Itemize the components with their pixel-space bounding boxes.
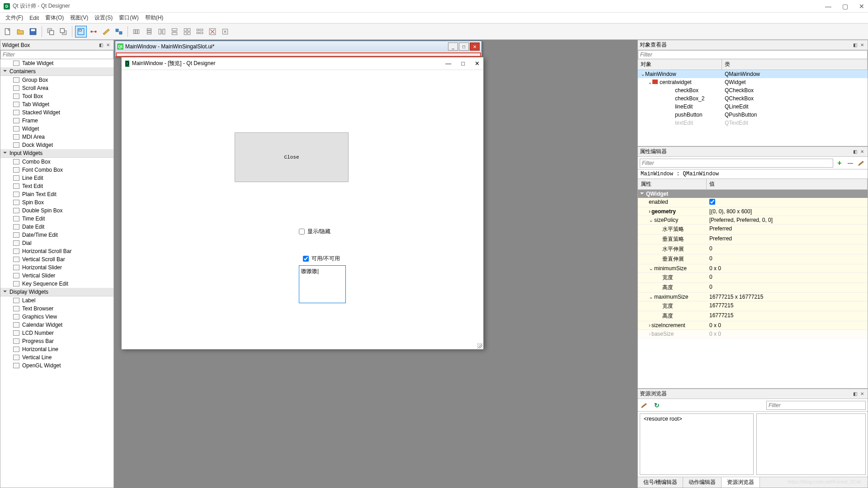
adjust-size-button[interactable] <box>219 26 231 38</box>
edit-taborder-button[interactable] <box>113 26 125 38</box>
object-tree-row[interactable]: textEditQTextEdit <box>638 119 868 127</box>
list-item[interactable]: Vertical Slider <box>0 272 113 280</box>
close-pushbutton[interactable]: Close <box>235 132 349 182</box>
list-item[interactable]: Dock Widget <box>0 141 113 149</box>
list-item[interactable]: Dial <box>0 239 113 247</box>
list-item[interactable]: Plain Text Edit <box>0 190 113 198</box>
layout-vsplitter-button[interactable] <box>169 26 180 38</box>
mdi-close-button[interactable]: ✕ <box>470 42 480 51</box>
list-item[interactable]: Graphics View <box>0 313 113 321</box>
property-row[interactable]: 垂直策略Preferred <box>638 235 868 244</box>
list-item[interactable]: Horizontal Slider <box>0 263 113 272</box>
list-item[interactable]: Vertical Scroll Bar <box>0 255 113 263</box>
tree-group-header[interactable]: Input Widgets <box>0 149 113 158</box>
list-item[interactable]: Spin Box <box>0 198 113 206</box>
list-item[interactable]: Horizontal Line <box>0 345 113 353</box>
layout-hsplitter-button[interactable] <box>156 26 168 38</box>
text-edit[interactable]: 嗷嗷嗷| <box>299 265 346 303</box>
menu-settings[interactable]: 设置(S) <box>92 13 115 23</box>
property-row[interactable]: enabled <box>638 198 868 207</box>
list-item[interactable]: Line Edit <box>0 174 113 182</box>
object-tree-row[interactable]: ⌄MainWindowQMainWindow <box>638 70 868 78</box>
list-item[interactable]: Vertical Line <box>0 353 113 361</box>
list-item[interactable]: Text Edit <box>0 182 113 190</box>
object-tree-row[interactable]: ⌄centralwidgetQWidget <box>638 78 868 86</box>
menu-help[interactable]: 帮助(H) <box>142 13 166 23</box>
bottom-tab[interactable]: 动作编辑器 <box>683 477 722 488</box>
list-item[interactable]: Tool Box <box>0 92 113 100</box>
remove-property-button[interactable]: — <box>846 159 855 168</box>
list-item[interactable]: Date Edit <box>0 223 113 231</box>
resource-tree[interactable]: <resource root> <box>640 413 754 475</box>
dock-float-button[interactable]: ◧ <box>851 42 859 49</box>
layout-form-button[interactable] <box>194 26 206 38</box>
list-item[interactable]: Text Browser <box>0 305 113 313</box>
property-row[interactable]: ⌄maximumSize16777215 x 16777215 <box>638 293 868 301</box>
property-row[interactable]: ›geometry[(0, 0), 800 x 600] <box>638 207 868 216</box>
list-item[interactable]: Double Spin Box <box>0 206 113 215</box>
list-item[interactable]: Tab Widget <box>0 100 113 108</box>
list-item[interactable]: Horizontal Scroll Bar <box>0 247 113 255</box>
show-hide-checkbox[interactable]: 显示/隐藏 <box>299 228 330 235</box>
property-name-header[interactable]: 属性 <box>638 179 707 189</box>
list-item[interactable]: Frame <box>0 117 113 125</box>
dock-float-button[interactable]: ◧ <box>851 390 859 398</box>
list-item[interactable]: Label <box>0 296 113 305</box>
property-row[interactable]: 高度16777215 <box>638 311 868 321</box>
property-row[interactable]: 宽度0 <box>638 273 868 283</box>
bottom-tab[interactable]: 资源浏览器 <box>722 477 760 488</box>
maximize-button[interactable]: ▢ <box>842 3 848 10</box>
object-tree-row[interactable]: checkBox_2QCheckBox <box>638 94 868 103</box>
tree-group-header[interactable]: Display Widgets <box>0 288 113 296</box>
mdi-minimize-button[interactable]: _ <box>448 42 458 51</box>
list-item[interactable]: Scroll Area <box>0 84 113 92</box>
bring-front-button[interactable] <box>57 26 69 38</box>
layout-vertical-button[interactable] <box>143 26 155 38</box>
resize-grip-icon[interactable] <box>477 343 482 348</box>
class-column-header[interactable]: 类 <box>722 59 868 70</box>
open-file-button[interactable] <box>14 26 26 38</box>
edit-signals-button[interactable] <box>88 26 99 38</box>
list-item[interactable]: Combo Box <box>0 158 113 166</box>
list-item[interactable]: MDI Area <box>0 133 113 141</box>
list-item[interactable]: Key Sequence Edit <box>0 280 113 288</box>
menu-view[interactable]: 视图(V) <box>67 13 91 23</box>
list-item[interactable]: OpenGL Widget <box>0 361 113 370</box>
widget-box-filter[interactable] <box>0 50 113 59</box>
property-row[interactable]: 水平伸展0 <box>638 244 868 254</box>
close-button[interactable]: ✕ <box>859 3 864 10</box>
preview-window[interactable]: D MainWindow - [预览] - Qt Designer — □ ✕ … <box>121 57 484 349</box>
edit-widgets-button[interactable] <box>75 26 87 38</box>
list-item[interactable]: LCD Number <box>0 329 113 337</box>
tree-group-header[interactable]: Containers <box>0 67 113 76</box>
bottom-tab[interactable]: 信号/槽编辑器 <box>638 477 683 488</box>
object-column-header[interactable]: 对象 <box>638 59 722 70</box>
layout-horizontal-button[interactable] <box>131 26 142 38</box>
enable-checkbox[interactable]: 可用/不可用 <box>303 255 340 263</box>
property-row[interactable]: ›baseSize0 x 0 <box>638 330 868 338</box>
dock-float-button[interactable]: ◧ <box>97 42 104 49</box>
list-item[interactable]: Progress Bar <box>0 337 113 345</box>
property-row[interactable]: 宽度16777215 <box>638 301 868 311</box>
edit-buddies-button[interactable] <box>100 26 112 38</box>
menu-edit[interactable]: Edit <box>27 14 42 22</box>
preview-maximize-button[interactable]: □ <box>461 60 465 67</box>
reload-resources-button[interactable]: ↻ <box>652 401 661 410</box>
add-property-button[interactable]: + <box>835 159 844 168</box>
preview-minimize-button[interactable]: — <box>445 60 451 67</box>
list-item[interactable]: Calendar Widget <box>0 321 113 329</box>
widget-box-tree[interactable]: Table WidgetContainersGroup BoxScroll Ar… <box>0 59 113 488</box>
property-value-header[interactable]: 值 <box>707 179 868 189</box>
break-layout-button[interactable] <box>207 26 218 38</box>
property-row[interactable]: ⌄minimumSize0 x 0 <box>638 264 868 273</box>
property-row[interactable]: ⌄sizePolicy[Preferred, Preferred, 0, 0] <box>638 216 868 225</box>
list-item[interactable]: Widget <box>0 125 113 133</box>
property-settings-button[interactable] <box>857 159 866 168</box>
property-row[interactable]: ›sizeIncrement0 x 0 <box>638 321 868 330</box>
dock-float-button[interactable]: ◧ <box>851 148 859 155</box>
save-file-button[interactable] <box>27 26 39 38</box>
edit-resources-button[interactable] <box>640 401 649 410</box>
property-row[interactable]: 垂直伸展0 <box>638 254 868 264</box>
list-item[interactable]: Time Edit <box>0 215 113 223</box>
dock-close-button[interactable]: ✕ <box>859 390 866 398</box>
